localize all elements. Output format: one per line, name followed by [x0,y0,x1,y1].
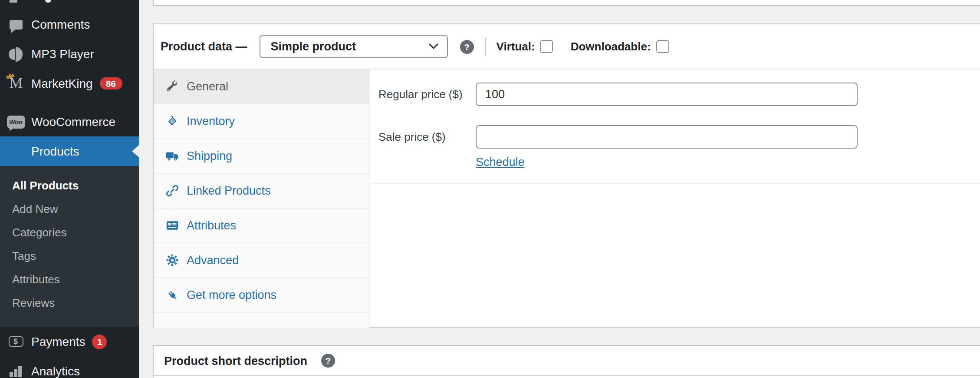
sidebar-item-marketking[interactable]: M MarketKing 86 [0,69,139,98]
submenu-item-reviews[interactable]: Reviews [0,291,139,315]
sidebar-item-payments[interactable]: $ Payments 1 [0,327,139,356]
sidebar-item-label: Analytics [31,364,80,378]
submenu-item-add-new[interactable]: Add New [0,197,139,221]
admin-sidebar: Comments MP3 Player M MarketKing 86 Woo … [0,0,139,378]
inventory-tag-icon [166,115,179,128]
sidebar-item-comments[interactable]: Comments [0,10,139,39]
product-data-body: General Inventory [154,70,980,328]
clipped-menu-item-text [45,0,51,2]
clipped-menu-item-icon [10,0,17,2]
tab-label: Advanced [187,254,239,267]
product-data-header: Product data — Simple product ? Virtual:… [154,24,980,70]
virtual-label: Virtual: [497,40,535,53]
plug-icon [166,288,179,302]
current-menu-arrow [132,145,139,157]
sidebar-item-label: Payments [31,335,86,348]
mp3-player-icon [0,46,31,61]
sidebar-item-woocommerce[interactable]: Woo WooCommerce [0,107,139,136]
virtual-checkbox[interactable] [540,40,553,53]
tab-attributes[interactable]: Attributes [154,209,369,243]
header-divider [485,37,486,56]
tab-shipping[interactable]: Shipping [154,139,369,174]
tab-label: Attributes [187,219,236,232]
woocommerce-icon: Woo [0,115,31,128]
tab-advanced[interactable]: Advanced [154,243,369,278]
product-data-tabs: General Inventory [154,70,370,328]
downloadable-checkbox[interactable] [656,40,669,53]
comments-icon [0,20,31,29]
short-description-header: Product short description ? [154,346,980,376]
gear-icon [166,254,179,267]
downloadable-option: Downloadable: [571,40,669,53]
payments-card-icon: $ [0,336,31,347]
panel-title: Product data — [161,40,247,53]
notification-count-badge: 1 [92,334,107,349]
sidebar-item-label: MP3 Player [31,47,94,61]
tab-label: Get more options [187,288,276,302]
downloadable-label: Downloadable: [571,40,651,53]
tab-label: General [187,80,228,93]
bar-chart-icon [0,365,31,377]
submenu-item-categories[interactable]: Categories [0,221,139,244]
regular-price-label: Regular price ($) [378,88,476,101]
sidebar-item-products[interactable]: Products [0,136,139,166]
previous-metabox-edge [153,0,980,6]
sale-price-label: Sale price ($) [378,130,476,143]
sidebar-item-label: Products [31,144,79,158]
link-icon [166,184,179,197]
sale-price-row: Sale price ($) [378,125,980,149]
general-tab-panel: Regular price ($) Sale price ($) Schedul… [370,70,980,328]
marketking-crown-icon: M [0,75,31,92]
panel-title: Product short description [164,354,307,367]
sidebar-item-mp3-player[interactable]: MP3 Player [0,39,139,69]
content-area: Product data — Simple product ? Virtual:… [139,0,980,378]
attributes-list-icon [166,219,179,232]
tab-label: Linked Products [187,184,271,197]
submenu-item-attributes[interactable]: Attributes [0,268,139,291]
products-submenu: All Products Add New Categories Tags Att… [0,166,139,327]
schedule-link[interactable]: Schedule [476,156,525,169]
tab-label: Shipping [187,149,232,162]
pricing-group-divider [370,183,980,184]
product-type-selected: Simple product [271,40,356,53]
product-type-help-icon[interactable]: ? [460,40,474,53]
product-data-panel: Product data — Simple product ? Virtual:… [153,23,980,328]
virtual-option: Virtual: [497,40,553,53]
short-description-panel: Product short description ? [153,345,980,378]
tab-linked-products[interactable]: Linked Products [154,174,369,209]
chevron-down-icon [429,43,438,50]
tab-inventory[interactable]: Inventory [154,104,369,139]
wp-admin-page: Comments MP3 Player M MarketKing 86 Woo … [0,0,980,378]
sidebar-item-label: MarketKing [31,76,93,90]
short-description-help-icon[interactable]: ? [321,354,335,368]
tab-get-more-options[interactable]: Get more options [154,278,369,313]
tab-general[interactable]: General [154,70,369,104]
schedule-row: Schedule [476,154,980,169]
sidebar-item-label: WooCommerce [31,115,115,129]
update-count-badge: 86 [100,77,122,90]
submenu-item-tags[interactable]: Tags [0,244,139,268]
tab-label: Inventory [187,115,235,128]
regular-price-input[interactable] [476,83,858,106]
sidebar-item-analytics[interactable]: Analytics [0,356,139,378]
wrench-icon [166,80,179,93]
sale-price-input[interactable] [476,125,858,149]
sidebar-item-label: Comments [31,17,90,31]
product-type-select[interactable]: Simple product [260,35,448,58]
submenu-item-all-products[interactable]: All Products [0,174,139,197]
truck-icon [166,149,179,162]
regular-price-row: Regular price ($) [378,83,980,106]
